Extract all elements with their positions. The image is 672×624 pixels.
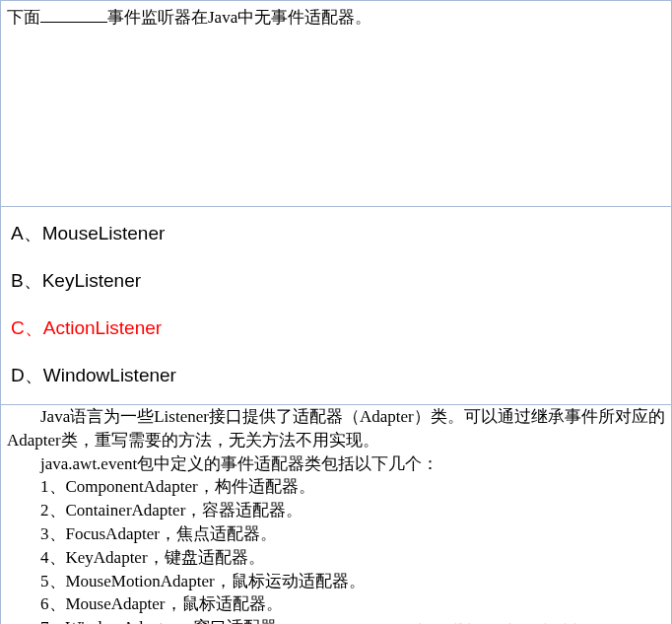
option-text: ActionListener	[43, 317, 162, 338]
question-blank	[40, 6, 107, 23]
option-sep: 、	[25, 317, 43, 338]
explanation-line1: Java语言为一些Listener接口提供了适配器（Adapter）类。可以通过…	[7, 405, 665, 452]
explanation-item: 3、FocusAdapter，焦点适配器。	[7, 522, 665, 546]
explanation-text: Java语言为一些Listener接口提供了适配器（Adapter）类。可以通过…	[7, 407, 665, 450]
option-c[interactable]: C、ActionListener	[11, 315, 661, 341]
option-text: WindowListener	[43, 365, 176, 385]
question-suffix: 事件监听器在Java中无事件适配器。	[107, 8, 371, 27]
explanation-item: 6、MouseAdapter，鼠标适配器。	[7, 592, 665, 616]
option-a[interactable]: A、MouseListener	[11, 221, 661, 246]
option-b[interactable]: B、KeyListener	[11, 268, 661, 294]
option-letter: B	[11, 270, 24, 291]
explanation-item: 2、ContainerAdapter，容器适配器。	[7, 499, 665, 522]
watermark: https://blog.csdn.net/weixin_40807247	[419, 620, 653, 624]
option-letter: D	[11, 365, 25, 385]
question-prefix: 下面	[7, 8, 40, 27]
explanation-item: 1、ComponentAdapter，构件适配器。	[7, 475, 665, 499]
option-letter: C	[11, 317, 25, 338]
option-text: KeyListener	[42, 270, 141, 291]
explanation-box: Java语言为一些Listener接口提供了适配器（Adapter）类。可以通过…	[0, 405, 672, 624]
explanation-item: 4、KeyAdapter，键盘适配器。	[7, 546, 665, 570]
explanation-line2: java.awt.event包中定义的事件适配器类包括以下几个：	[7, 452, 665, 476]
option-sep: 、	[24, 223, 42, 243]
option-letter: A	[11, 223, 24, 243]
options-area: A、MouseListener B、KeyListener C、ActionLi…	[0, 207, 672, 405]
option-text: MouseListener	[42, 223, 166, 243]
option-sep: 、	[24, 270, 42, 291]
explanation-item: 5、MouseMotionAdapter，鼠标运动适配器。	[7, 570, 665, 593]
question-box: 下面事件监听器在Java中无事件适配器。	[0, 0, 672, 207]
option-sep: 、	[25, 365, 43, 385]
option-d[interactable]: D、WindowListener	[11, 363, 661, 388]
